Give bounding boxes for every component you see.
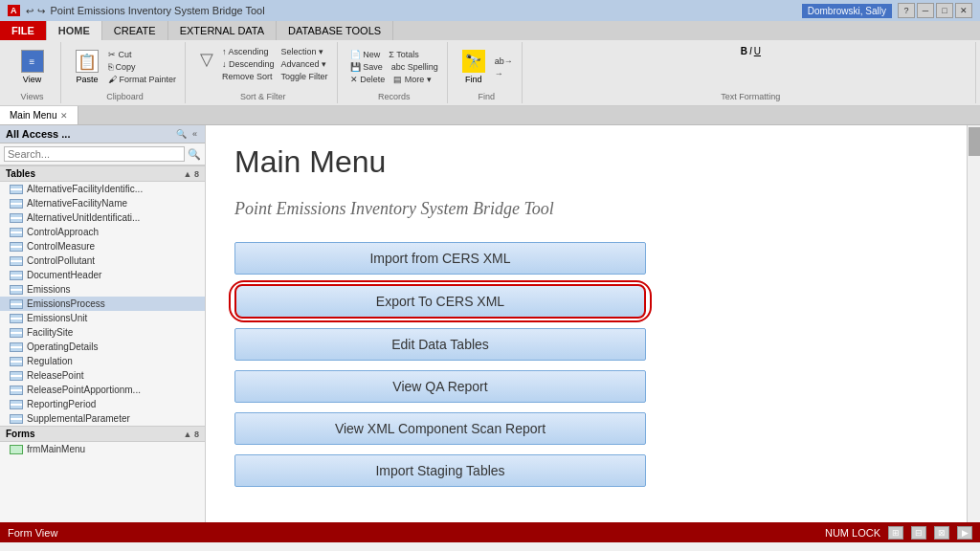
records-row2: 💾 Save abc Spelling [347,61,441,73]
tab-external-data[interactable]: EXTERNAL DATA [168,21,277,40]
find-label: Find [465,75,482,84]
paste-icon: 📋 [76,50,99,73]
sort-filter-group-label: Sort & Filter [195,90,331,101]
delete-button[interactable]: ✕ Delete [347,74,389,85]
search-magnifier-icon[interactable]: 🔍 [188,148,201,161]
find-button[interactable]: 🔭 Find [457,47,490,87]
table-icon [10,386,23,395]
ribbon-group-find: 🔭 Find ab→ → Find [452,42,523,103]
view-button[interactable]: ≡ View [16,47,49,87]
maximize-button[interactable]: □ [936,3,953,18]
status-icon-2: ⊟ [911,526,926,540]
sidebar-search-icon[interactable]: 🔍 [174,129,189,139]
remove-sort-button[interactable]: Remove Sort [219,71,278,82]
find-group-label: Find [457,90,516,101]
tab-create[interactable]: CREATE [102,21,168,40]
totals-button[interactable]: Σ Totals [386,49,422,60]
sidebar-items-list: AlternativeFacilityIdentific... Alternat… [0,182,205,522]
status-icon-4: ▶ [957,526,972,540]
import-cers-xml-button[interactable]: Import from CERS XML [234,242,646,275]
sidebar-item-frm-main-menu[interactable]: frmMainMenu [0,442,205,456]
sidebar-item-control-pollutant[interactable]: ControlPollutant [0,253,205,268]
redo-button[interactable]: ↪ [37,6,45,16]
records-row1: 📄 New Σ Totals [347,49,441,60]
save-button[interactable]: 💾 Save [347,61,386,73]
tab-close-icon[interactable]: ✕ [60,111,68,121]
sidebar-item-reporting-period[interactable]: ReportingPeriod [0,397,205,411]
format-painter-button[interactable]: 🖌 Format Painter [105,74,179,85]
bold-button[interactable]: B [741,46,747,56]
sidebar-item-release-point-app[interactable]: ReleasePointApportionm... [0,383,205,397]
forms-expand-icon[interactable]: ▲ 8 [184,430,199,439]
copy-button[interactable]: ⎘ Copy [105,61,179,73]
records-row3: ✕ Delete ▤ More ▾ [347,74,441,85]
table-icon [10,256,23,266]
underline-button[interactable]: U [754,46,761,56]
goto-button[interactable]: → [492,68,516,79]
user-label: Dombrowski, Sally [802,4,892,18]
status-right: NUM LOCK ⊞ ⊟ ⊠ ▶ [825,526,972,540]
sort-filter-buttons: ▽ ↑ Ascending ↓ Descending Remove Sort S… [195,44,331,90]
cut-button[interactable]: ✂ Cut [105,49,179,60]
tables-expand-icon[interactable]: ▲ 8 [184,169,199,179]
descending-button[interactable]: ↓ Descending [219,58,278,70]
find-small: ab→ → [492,55,516,79]
italic-button[interactable]: I [749,46,752,56]
minimize-button[interactable]: ─ [917,3,934,18]
tab-database-tools[interactable]: DATABASE TOOLS [277,21,393,40]
sidebar-collapse-icon[interactable]: « [190,129,199,139]
paste-button[interactable]: 📋 Paste [71,47,103,87]
sidebar-item-supplemental-parameter[interactable]: SupplementalParameter [0,411,205,426]
toggle-filter-button[interactable]: Toggle Filter [278,71,331,82]
replace-button[interactable]: ab→ [492,55,516,67]
undo-button[interactable]: ↩ [26,6,33,16]
sidebar-item-emissions-process[interactable]: EmissionsProcess [0,297,205,311]
clipboard-small-buttons: ✂ Cut ⎘ Copy 🖌 Format Painter [105,49,179,85]
content-area: Main Menu Point Emissions Inventory Syst… [206,125,980,522]
table-icon [10,328,23,338]
edit-data-tables-button[interactable]: Edit Data Tables [234,328,646,361]
sidebar-item-emissions-unit[interactable]: EmissionsUnit [0,311,205,325]
view-qa-report-button[interactable]: View QA Report [234,370,646,403]
text-formatting-group-label: Text Formatting [532,90,969,101]
status-bar: Form View NUM LOCK ⊞ ⊟ ⊠ ▶ [0,522,980,542]
filter-button[interactable]: ▽ [195,46,218,73]
sidebar-item-alt-facility-name[interactable]: AlternativeFacilityName [0,196,205,210]
import-staging-tables-button[interactable]: Import Staging Tables [234,454,646,487]
new-button[interactable]: 📄 New [347,49,384,60]
sidebar-item-emissions[interactable]: Emissions [0,282,205,297]
ascending-button[interactable]: ↑ Ascending [219,46,278,57]
sidebar-item-regulation[interactable]: Regulation [0,354,205,368]
help-button[interactable]: ? [898,3,915,18]
sidebar-item-operating-details[interactable]: OperatingDetails [0,340,205,354]
forms-icon [10,445,23,454]
sidebar-item-control-measure[interactable]: ControlMeasure [0,239,205,253]
find-icon: 🔭 [462,50,485,73]
tab-file[interactable]: FILE [0,21,47,40]
ribbon-group-views: ≡ View Views [4,42,61,103]
scroll-thumb[interactable] [969,127,980,156]
sidebar-item-document-header[interactable]: DocumentHeader [0,268,205,282]
table-icon [10,371,23,381]
tab-home[interactable]: HOME [47,21,102,40]
close-button[interactable]: ✕ [955,3,972,18]
selection-button[interactable]: Selection ▾ [278,46,331,57]
sidebar-item-alt-unit-id[interactable]: AlternativeUnitIdentificati... [0,210,205,225]
spelling-button[interactable]: abc Spelling [389,61,441,73]
records-buttons: 📄 New Σ Totals 💾 Save abc Spelling ✕ Del… [347,44,441,90]
sidebar-item-release-point[interactable]: ReleasePoint [0,368,205,383]
sidebar-item-control-approach[interactable]: ControlApproach [0,225,205,239]
search-input[interactable] [4,146,185,162]
sidebar-item-alt-facility-id[interactable]: AlternativeFacilityIdentific... [0,182,205,196]
sidebar-item-facility-site[interactable]: FacilitySite [0,325,205,340]
advanced-button[interactable]: Advanced ▾ [278,58,331,70]
tab-main-menu[interactable]: Main Menu ✕ [0,106,78,124]
view-xml-component-scan-button[interactable]: View XML Component Scan Report [234,412,646,445]
export-cers-xml-button[interactable]: Export To CERS XML [234,284,646,319]
scroll-track[interactable] [967,125,980,522]
more-button[interactable]: ▤ More ▾ [390,74,434,85]
sort-filter-small: ↑ Ascending ↓ Descending Remove Sort [219,46,278,82]
content-inner: Main Menu Point Emissions Inventory Syst… [206,125,980,506]
sort-filter-small2: Selection ▾ Advanced ▾ Toggle Filter [278,46,331,82]
table-icon [10,185,23,194]
